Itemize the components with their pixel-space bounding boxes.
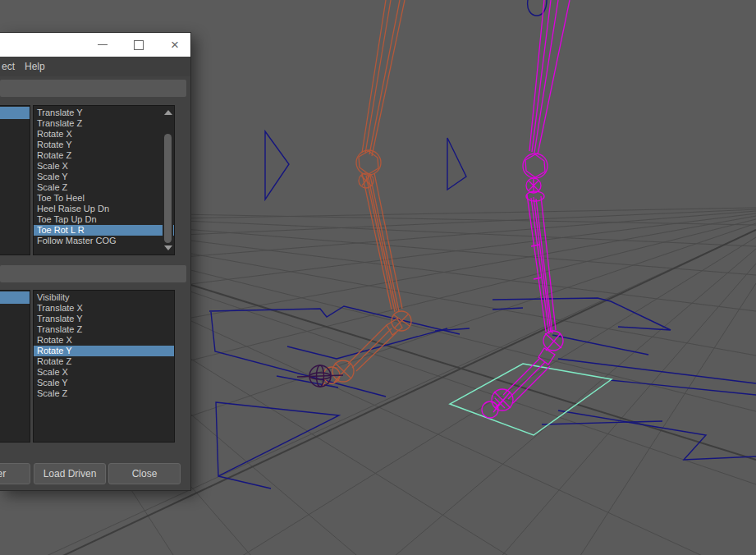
driven-attribute-list[interactable]: Visibility Translate X Translate Y Trans… [33, 290, 175, 443]
scrollbar-up-icon[interactable] [163, 107, 173, 118]
set-driven-key-dialog: × ect Help Translate Y Translate Z Rotat… [0, 32, 191, 491]
driver-attribute-list[interactable]: Translate Y Translate Z Rotate X Rotate … [33, 105, 175, 255]
orange-shin-bone [362, 173, 402, 312]
magenta-toe-joint [482, 389, 513, 418]
magenta-leg-skeleton[interactable] [482, 0, 570, 418]
minimize-icon [98, 44, 108, 45]
driven-attr-row[interactable]: Scale X [34, 367, 174, 378]
dialog-titlebar[interactable]: × [0, 33, 190, 57]
menu-help[interactable]: Help [20, 61, 50, 72]
driven-attr-row[interactable]: Translate X [34, 303, 174, 314]
maya-screen: × ect Help Translate Y Translate Z Rotat… [0, 0, 756, 555]
driven-attr-row-selected[interactable]: Rotate Y [34, 346, 174, 356]
load-driven-button[interactable]: Load Driven [34, 463, 106, 484]
driven-object-list[interactable] [0, 290, 30, 443]
magenta-thigh-bone [529, 0, 570, 154]
arrow-control-right [447, 138, 466, 190]
foot-control-curves[interactable] [209, 0, 756, 488]
menu-select-partial[interactable]: ect [0, 61, 20, 72]
driver-attr-row[interactable]: Toe Tap Up Dn [34, 214, 174, 225]
maximize-button[interactable] [126, 33, 151, 57]
driver-object-selected-row[interactable] [0, 107, 30, 119]
driven-attr-row[interactable]: Rotate Z [34, 356, 174, 367]
close-button[interactable]: × [163, 33, 187, 57]
orange-thigh-bone [362, 0, 405, 156]
driver-attr-row[interactable]: Scale Y [34, 172, 174, 182]
magenta-knee-joint [523, 154, 548, 201]
scrollbar-thumb[interactable] [164, 134, 172, 243]
arrow-control-left [265, 131, 289, 200]
driver-attr-row[interactable]: Rotate Y [34, 140, 174, 150]
magenta-shin-bone [527, 195, 556, 334]
driver-attr-row[interactable]: Rotate Z [34, 150, 174, 161]
selected-ground-plane[interactable] [450, 364, 612, 435]
close-dialog-button[interactable]: Close [108, 463, 181, 484]
driver-attr-row[interactable]: Translate Y [34, 108, 174, 118]
driver-attr-row-selected[interactable]: Toe Rot L R [34, 225, 174, 236]
driven-attr-row[interactable]: Visibility [34, 292, 174, 303]
driver-attr-row[interactable]: Heel Raise Up Dn [34, 204, 174, 214]
driver-attr-row[interactable]: Rotate X [34, 129, 174, 140]
driver-attr-row[interactable]: Toe To Heel [34, 193, 174, 204]
maximize-icon [134, 40, 144, 50]
driven-attr-row[interactable]: Translate Z [34, 324, 174, 335]
dialog-menubar: ect Help [0, 57, 190, 76]
driven-attr-row[interactable]: Scale Z [34, 388, 174, 399]
dialog-button-bar: river Load Driven Close [0, 463, 190, 485]
driver-attr-row[interactable]: Follow Master COG [34, 236, 174, 246]
driven-attr-row[interactable]: Scale Y [34, 378, 174, 388]
driven-field[interactable] [0, 265, 186, 282]
driven-attr-row[interactable]: Rotate X [34, 335, 174, 346]
scrollbar[interactable] [163, 107, 173, 254]
orange-knee-joint [356, 150, 381, 188]
driver-attr-row[interactable]: Scale X [34, 161, 174, 172]
driven-attr-row[interactable]: Translate Y [34, 314, 174, 324]
close-icon: × [171, 37, 179, 53]
scrollbar-down-icon[interactable] [163, 242, 173, 254]
driver-attr-row[interactable]: Translate Z [34, 118, 174, 129]
driver-object-list[interactable] [0, 105, 30, 255]
minimize-button[interactable] [90, 33, 115, 57]
driven-object-selected-row[interactable] [0, 291, 30, 304]
driver-attr-row[interactable]: Scale Z [34, 182, 174, 193]
load-driver-button[interactable]: river [0, 463, 30, 484]
orange-ankle-joint [387, 311, 411, 335]
driver-field[interactable] [0, 80, 186, 97]
